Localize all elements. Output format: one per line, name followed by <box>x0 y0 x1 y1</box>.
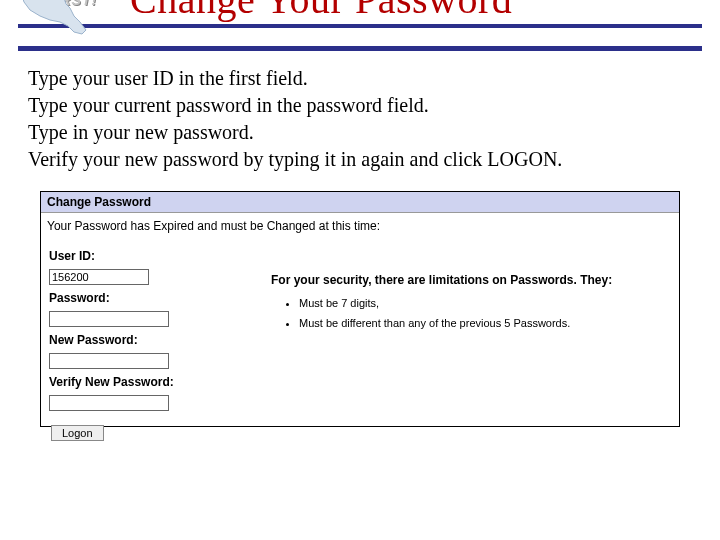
form-screenshot: Change Password Your Password has Expire… <box>40 191 680 427</box>
header-rule-bottom <box>18 46 702 51</box>
people-first-logo: PEOPLE FIRST! <box>18 0 97 8</box>
security-heading: For your security, there are limitations… <box>271 273 631 287</box>
security-rule: Must be 7 digits, <box>299 297 631 309</box>
user-id-input[interactable] <box>49 269 149 285</box>
user-id-label: User ID: <box>49 249 261 263</box>
instruction-line: Type in your new password. <box>28 119 692 146</box>
page-title: Change Your Password <box>130 0 720 23</box>
new-password-label: New Password: <box>49 333 261 347</box>
security-rule: Must be different than any of the previo… <box>299 317 631 329</box>
instruction-line: Verify your new password by typing it in… <box>28 146 692 173</box>
password-input[interactable] <box>49 311 169 327</box>
form-fields: User ID: Password: New Password: Verify … <box>41 243 261 411</box>
new-password-input[interactable] <box>49 353 169 369</box>
verify-password-input[interactable] <box>49 395 169 411</box>
security-rules: Must be 7 digits, Must be different than… <box>299 297 631 329</box>
instructions: Type your user ID in the first field. Ty… <box>28 65 692 173</box>
change-password-form: Change Password Your Password has Expire… <box>40 191 680 427</box>
security-info: For your security, there are limitations… <box>261 243 631 337</box>
logo-line2: FIRST! <box>46 0 97 8</box>
form-message: Your Password has Expired and must be Ch… <box>41 213 679 243</box>
instruction-line: Type your current password in the passwo… <box>28 92 692 119</box>
instruction-line: Type your user ID in the first field. <box>28 65 692 92</box>
header: PEOPLE FIRST! Change Your Password <box>0 0 720 36</box>
form-header: Change Password <box>41 192 679 213</box>
verify-password-label: Verify New Password: <box>49 375 261 389</box>
password-label: Password: <box>49 291 261 305</box>
logon-button[interactable]: Logon <box>51 425 104 441</box>
